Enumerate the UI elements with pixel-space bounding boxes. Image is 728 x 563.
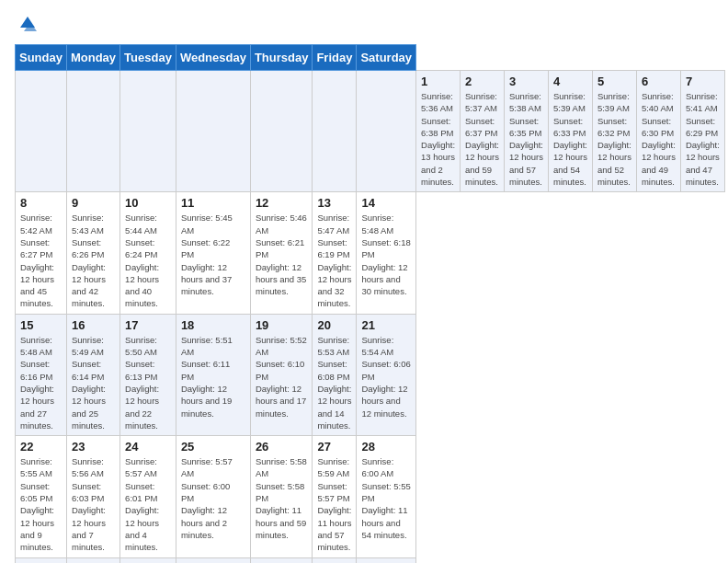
day-info: Sunrise: 5:38 AMSunset: 6:35 PMDaylight:… <box>509 90 543 188</box>
day-info: Sunrise: 5:36 AMSunset: 6:38 PMDaylight:… <box>421 90 455 188</box>
table-row: 20Sunrise: 5:53 AMSunset: 6:08 PMDayligh… <box>313 314 357 435</box>
day-number: 10 <box>125 196 171 210</box>
day-info: Sunrise: 5:41 AMSunset: 6:29 PMDaylight:… <box>686 90 720 188</box>
table-row: 28Sunrise: 6:00 AMSunset: 5:55 PMDayligh… <box>357 436 416 557</box>
day-number: 8 <box>20 196 62 210</box>
day-info: Sunrise: 5:47 AMSunset: 6:19 PMDaylight:… <box>317 212 351 309</box>
table-row: 5Sunrise: 5:39 AMSunset: 6:32 PMDaylight… <box>592 71 636 192</box>
table-row <box>120 557 176 563</box>
table-row: 30Sunrise: 6:02 AMSunset: 5:52 PMDayligh… <box>66 557 119 563</box>
table-row <box>313 557 357 563</box>
table-row: 15Sunrise: 5:48 AMSunset: 6:16 PMDayligh… <box>16 314 67 435</box>
table-row: 10Sunrise: 5:44 AMSunset: 6:24 PMDayligh… <box>120 192 176 314</box>
day-number: 5 <box>597 75 631 88</box>
day-number: 22 <box>20 440 62 454</box>
day-info: Sunrise: 5:43 AMSunset: 6:26 PMDaylight:… <box>72 212 115 309</box>
day-number: 19 <box>256 318 308 332</box>
day-number: 15 <box>20 318 62 332</box>
day-info: Sunrise: 6:00 AMSunset: 5:55 PMDaylight:… <box>361 455 411 541</box>
calendar-table: SundayMondayTuesdayWednesdayThursdayFrid… <box>15 44 725 563</box>
day-number: 23 <box>72 440 115 454</box>
table-row: 21Sunrise: 5:54 AMSunset: 6:06 PMDayligh… <box>357 314 416 435</box>
day-number: 11 <box>181 196 245 210</box>
table-row: 27Sunrise: 5:59 AMSunset: 5:57 PMDayligh… <box>313 436 357 557</box>
table-row: 23Sunrise: 5:56 AMSunset: 6:03 PMDayligh… <box>66 436 119 557</box>
day-number: 18 <box>181 318 245 332</box>
table-row: 16Sunrise: 5:49 AMSunset: 6:14 PMDayligh… <box>66 314 119 435</box>
table-row: 22Sunrise: 5:55 AMSunset: 6:05 PMDayligh… <box>16 436 67 557</box>
table-row: 4Sunrise: 5:39 AMSunset: 6:33 PMDaylight… <box>548 71 592 192</box>
page-header <box>15 15 713 33</box>
table-row <box>357 557 416 563</box>
day-info: Sunrise: 5:39 AMSunset: 6:32 PMDaylight:… <box>597 90 631 188</box>
day-number: 26 <box>256 440 308 454</box>
day-number: 7 <box>686 75 720 88</box>
col-header-monday: Monday <box>66 45 119 71</box>
col-header-thursday: Thursday <box>250 45 313 71</box>
day-info: Sunrise: 5:45 AMSunset: 6:22 PMDaylight:… <box>181 212 245 297</box>
table-row: 3Sunrise: 5:38 AMSunset: 6:35 PMDaylight… <box>505 71 549 192</box>
day-number: 25 <box>181 440 245 454</box>
table-row: 7Sunrise: 5:41 AMSunset: 6:29 PMDaylight… <box>680 71 724 192</box>
table-row <box>176 71 250 192</box>
day-number: 20 <box>317 318 351 332</box>
table-row: 29Sunrise: 6:01 AMSunset: 5:53 PMDayligh… <box>16 557 67 563</box>
table-row <box>250 71 313 192</box>
table-row <box>313 71 357 192</box>
table-row: 1Sunrise: 5:36 AMSunset: 6:38 PMDaylight… <box>416 71 461 192</box>
day-number: 3 <box>509 75 543 88</box>
day-info: Sunrise: 5:37 AMSunset: 6:37 PMDaylight:… <box>465 90 499 188</box>
day-number: 1 <box>421 75 455 88</box>
day-number: 4 <box>553 75 587 88</box>
logo-icon <box>18 15 37 33</box>
day-number: 16 <box>72 318 115 332</box>
day-number: 27 <box>317 440 351 454</box>
table-row <box>357 71 416 192</box>
day-info: Sunrise: 5:48 AMSunset: 6:16 PMDaylight:… <box>20 334 62 431</box>
day-number: 13 <box>317 196 351 210</box>
day-info: Sunrise: 5:55 AMSunset: 6:05 PMDaylight:… <box>20 455 62 553</box>
day-number: 24 <box>125 440 171 454</box>
day-info: Sunrise: 5:56 AMSunset: 6:03 PMDaylight:… <box>72 455 115 553</box>
day-info: Sunrise: 5:54 AMSunset: 6:06 PMDaylight:… <box>361 334 411 419</box>
col-header-sunday: Sunday <box>16 45 67 71</box>
table-row: 6Sunrise: 5:40 AMSunset: 6:30 PMDaylight… <box>636 71 680 192</box>
day-number: 14 <box>361 196 411 210</box>
logo <box>15 15 37 33</box>
table-row: 9Sunrise: 5:43 AMSunset: 6:26 PMDaylight… <box>66 192 119 314</box>
day-info: Sunrise: 5:39 AMSunset: 6:33 PMDaylight:… <box>553 90 587 188</box>
table-row: 24Sunrise: 5:57 AMSunset: 6:01 PMDayligh… <box>120 436 176 557</box>
day-info: Sunrise: 5:46 AMSunset: 6:21 PMDaylight:… <box>256 212 308 297</box>
table-row: 25Sunrise: 5:57 AMSunset: 6:00 PMDayligh… <box>176 436 250 557</box>
day-info: Sunrise: 5:58 AMSunset: 5:58 PMDaylight:… <box>256 455 308 541</box>
table-row: 26Sunrise: 5:58 AMSunset: 5:58 PMDayligh… <box>250 436 313 557</box>
table-row <box>250 557 313 563</box>
col-header-wednesday: Wednesday <box>176 45 250 71</box>
day-info: Sunrise: 5:57 AMSunset: 6:00 PMDaylight:… <box>181 455 245 541</box>
table-row <box>120 71 176 192</box>
day-number: 21 <box>361 318 411 332</box>
day-info: Sunrise: 5:48 AMSunset: 6:18 PMDaylight:… <box>361 212 411 297</box>
day-number: 2 <box>465 75 499 88</box>
table-row: 8Sunrise: 5:42 AMSunset: 6:27 PMDaylight… <box>16 192 67 314</box>
col-header-tuesday: Tuesday <box>120 45 176 71</box>
table-row: 11Sunrise: 5:45 AMSunset: 6:22 PMDayligh… <box>176 192 250 314</box>
table-row: 17Sunrise: 5:50 AMSunset: 6:13 PMDayligh… <box>120 314 176 435</box>
col-header-saturday: Saturday <box>357 45 416 71</box>
table-row: 2Sunrise: 5:37 AMSunset: 6:37 PMDaylight… <box>461 71 505 192</box>
day-info: Sunrise: 5:50 AMSunset: 6:13 PMDaylight:… <box>125 334 171 431</box>
table-row: 12Sunrise: 5:46 AMSunset: 6:21 PMDayligh… <box>250 192 313 314</box>
day-info: Sunrise: 5:42 AMSunset: 6:27 PMDaylight:… <box>20 212 62 309</box>
day-info: Sunrise: 5:40 AMSunset: 6:30 PMDaylight:… <box>642 90 676 188</box>
day-number: 28 <box>361 440 411 454</box>
table-row: 18Sunrise: 5:51 AMSunset: 6:11 PMDayligh… <box>176 314 250 435</box>
table-row <box>16 71 67 192</box>
day-number: 17 <box>125 318 171 332</box>
table-row <box>66 71 119 192</box>
day-number: 12 <box>256 196 308 210</box>
table-row: 19Sunrise: 5:52 AMSunset: 6:10 PMDayligh… <box>250 314 313 435</box>
day-info: Sunrise: 5:53 AMSunset: 6:08 PMDaylight:… <box>317 334 351 431</box>
table-row <box>176 557 250 563</box>
day-info: Sunrise: 5:59 AMSunset: 5:57 PMDaylight:… <box>317 455 351 553</box>
col-header-friday: Friday <box>313 45 357 71</box>
